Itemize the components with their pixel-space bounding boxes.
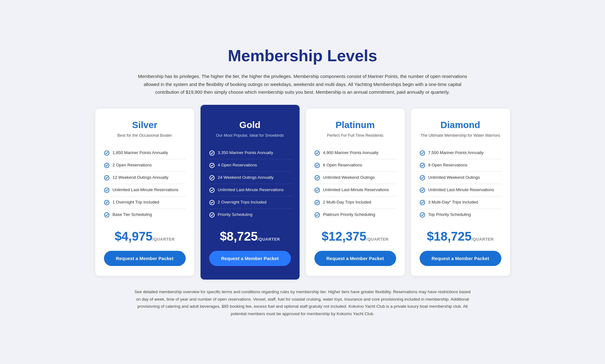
cta-button-platinum[interactable]: Request a Member Packet — [314, 251, 396, 266]
check-circle-icon — [314, 200, 320, 205]
price-period-platinum: /QUARTER — [366, 237, 389, 242]
check-circle-icon — [314, 150, 320, 156]
page-title: Membership Levels — [86, 46, 519, 65]
list-item: 8 Open Reservations — [420, 159, 501, 172]
card-subtitle-platinum: Perfect For Full Time Residents — [314, 133, 396, 138]
cta-button-gold[interactable]: Request a Member Packet — [209, 251, 291, 266]
price-platinum: $12,375 — [322, 229, 366, 243]
price-period-gold: /QUARTER — [258, 237, 280, 242]
price-section-diamond: $18,725/QUARTER — [420, 229, 501, 243]
features-list-diamond: 7,500 Mariner Points Annually8 Open Rese… — [420, 147, 501, 221]
price-diamond: $18,725 — [427, 229, 472, 243]
page-container: Membership Levels Membership has its pri… — [86, 46, 519, 317]
card-silver: SilverBest for the Occasional Boater1,85… — [95, 109, 194, 276]
check-circle-icon — [104, 200, 110, 205]
check-circle-icon — [420, 187, 425, 193]
check-circle-icon — [209, 150, 215, 156]
check-circle-icon — [420, 150, 425, 156]
features-list-platinum: 4,900 Mariner Points Annually6 Open Rese… — [314, 147, 396, 221]
list-item: Priority Scheduling — [209, 209, 291, 221]
check-circle-icon — [104, 212, 110, 218]
check-circle-icon — [209, 163, 215, 168]
card-title-gold: Gold — [209, 120, 291, 130]
list-item: 24 Weekend Outings Annually — [209, 172, 291, 184]
footer-note: See detailed membership overview for spe… — [132, 288, 473, 318]
card-platinum: PlatinumPerfect For Full Time Residents4… — [306, 109, 405, 276]
check-circle-icon — [314, 175, 320, 181]
cards-container: SilverBest for the Occasional Boater1,85… — [86, 109, 519, 276]
cta-button-diamond[interactable]: Request a Member Packet — [420, 251, 501, 266]
card-gold: GoldOur Most Popular, Ideal for Snowbird… — [201, 105, 300, 280]
card-subtitle-silver: Best for the Occasional Boater — [104, 133, 186, 138]
list-item: 2 Overnight Trips Included — [209, 196, 291, 209]
price-silver: $4,975 — [115, 229, 152, 243]
list-item: Unlimited Last-Minute Reservations — [420, 184, 501, 196]
price-period-silver: /QUARTER — [153, 237, 175, 242]
card-diamond: DiamondThe Ultimate Membership for Water… — [411, 109, 510, 276]
list-item: 4,900 Mariner Points Annually — [314, 147, 396, 159]
price-section-platinum: $12,375/QUARTER — [314, 229, 396, 243]
card-title-silver: Silver — [104, 120, 186, 130]
list-item: 12 Weekend Outings Annually — [104, 172, 186, 184]
list-item: 3,350 Mariner Points Annually — [209, 147, 291, 159]
list-item: 2 Multi-Day Trips Included — [314, 196, 396, 209]
list-item: 2 Open Reservations — [104, 159, 186, 172]
features-list-silver: 1,850 Mariner Points Annually2 Open Rese… — [104, 147, 186, 221]
page-description: Membership has its privileges. The highe… — [132, 72, 473, 96]
check-circle-icon — [314, 187, 320, 193]
check-circle-icon — [104, 150, 110, 156]
list-item: 3 Multi-Day* Trips Included — [420, 196, 501, 209]
check-circle-icon — [104, 187, 110, 193]
check-circle-icon — [209, 175, 215, 181]
check-circle-icon — [209, 212, 215, 218]
list-item: Platinum Priority Scheduling — [314, 209, 396, 221]
price-section-gold: $8,725/QUARTER — [209, 229, 291, 243]
list-item: 7,500 Mariner Points Annually — [420, 147, 501, 159]
list-item: Unlimited Last-Minute Reservations — [209, 184, 291, 196]
card-title-platinum: Platinum — [314, 120, 396, 130]
check-circle-icon — [420, 175, 425, 181]
list-item: Unlimited Weekend Outings — [420, 172, 501, 184]
check-circle-icon — [209, 187, 215, 193]
cta-button-silver[interactable]: Request a Member Packet — [104, 251, 186, 266]
price-section-silver: $4,975/QUARTER — [104, 229, 186, 243]
list-item: 1,850 Mariner Points Annually — [104, 147, 186, 159]
list-item: Top Priority Scheduling — [420, 209, 501, 221]
check-circle-icon — [314, 212, 320, 218]
card-title-diamond: Diamond — [420, 120, 501, 130]
check-circle-icon — [209, 200, 215, 205]
check-circle-icon — [420, 200, 425, 205]
card-subtitle-gold: Our Most Popular, Ideal for Snowbirds — [209, 133, 291, 138]
list-item: 6 Open Reservations — [314, 159, 396, 172]
list-item: Base Tier Scheduling — [104, 209, 186, 221]
card-subtitle-diamond: The Ultimate Membership for Water Warrio… — [420, 133, 501, 138]
list-item: Unlimited Last-Minute Reservations — [314, 184, 396, 196]
list-item: 4 Open Reservations — [209, 159, 291, 172]
list-item: Unlimited Last-Minute Reservations — [104, 184, 186, 196]
price-gold: $8,725 — [220, 229, 257, 243]
list-item: 1 Overnight Trip Included — [104, 196, 186, 209]
check-circle-icon — [420, 163, 425, 168]
check-circle-icon — [314, 163, 320, 168]
check-circle-icon — [420, 212, 425, 218]
price-period-diamond: /QUARTER — [472, 237, 494, 242]
check-circle-icon — [104, 175, 110, 181]
check-circle-icon — [104, 163, 110, 168]
features-list-gold: 3,350 Mariner Points Annually4 Open Rese… — [209, 147, 291, 221]
list-item: Unlimited Weekend Outings — [314, 172, 396, 184]
